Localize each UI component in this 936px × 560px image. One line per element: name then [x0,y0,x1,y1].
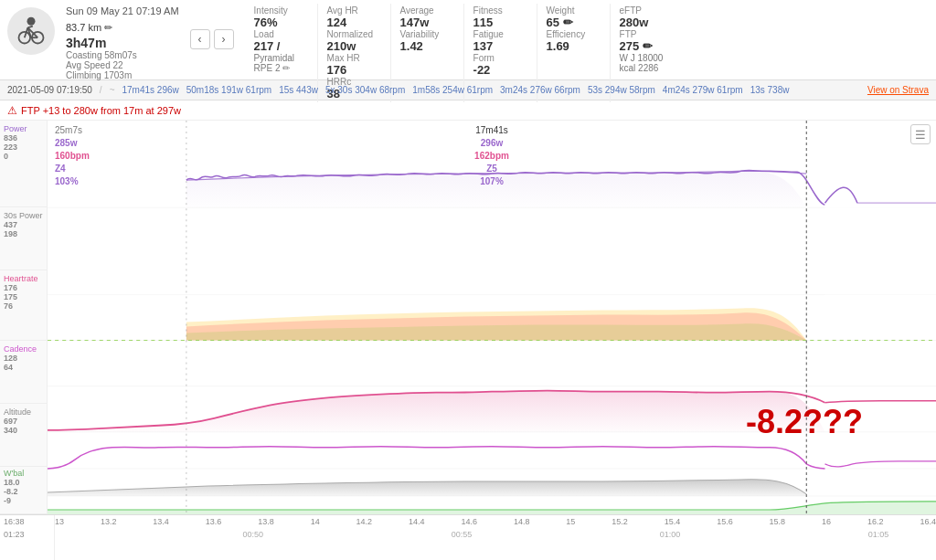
x-axis-spacer: 16:38 01:23 [0,515,55,560]
timestamp: 2021-05-09 07:19:50 [7,85,92,95]
coasting: Coasting 58m07s [66,50,179,60]
date-time: Sun 09 May 21 07:19 AM [66,5,179,16]
seg9[interactable]: 13s 738w [750,85,790,95]
seg3[interactable]: 15s 443w [279,85,318,95]
average-label: Average [400,5,454,16]
seg5[interactable]: 1m58s 254w 61rpm [412,85,493,95]
seg1[interactable]: 17m41s 296w [122,85,178,95]
variability-value: 1.42 [400,39,454,53]
altitude-label-group: Altitude 697 340 [0,404,47,467]
crosshair-time: 25m7s [55,124,90,137]
svg-line-7 [27,26,32,28]
avg-hr-value: 124 [327,16,381,29]
fitness-label: Fitness [473,5,527,16]
s30-label-group: 30s Power 437 198 [0,207,47,270]
max-hr-label: Max HR [327,53,381,63]
x-time-start2: 01:23 [0,528,54,541]
x-time-start: 16:38 [0,515,54,528]
svg-rect-18 [825,121,937,294]
wbal-label-group: W'bal 18.0 -8.2 -9 [0,467,47,514]
center-power: 296w [474,137,509,150]
distance: 83.7 km ✏ [66,16,179,36]
big-annotation: -8.2??? [746,403,863,441]
center-info: 17m41s 296w 162bpm Z5 107% [474,124,509,188]
kcal-label: kcal 2286 [620,63,675,73]
weight-value: 65 ✏ [547,16,601,29]
date-block: Sun 09 May 21 07:19 AM 83.7 km ✏ 3h47m C… [66,5,179,80]
x-axis: 16:38 01:23 13 13.2 13.4 13.6 13.8 14 14… [0,514,936,560]
efficiency-value: 1.69 [547,39,601,53]
svg-point-0 [27,17,36,26]
crosshair-zone: Z4 [55,163,90,175]
center-hr: 162bpm [474,150,509,163]
rpe-label: RPE 2 ✏ [254,63,308,73]
variability-label: Variability [400,29,454,39]
chart-section: Power 836 223 0 30s Power 437 198 Heartr… [0,121,936,514]
seg2[interactable]: 50m18s 191w 61rpm [186,85,271,95]
ftp-alert-text: FTP +13 to 280w from 17m at 297w [21,105,181,116]
seg4[interactable]: 5x 30s 304w 68rpm [325,85,405,95]
crosshair-pct: 103% [55,175,90,188]
center-pct: 107% [474,175,509,188]
alert-icon: ⚠ [7,104,17,117]
average-value: 147w [400,16,454,29]
form-value: -22 [473,63,527,77]
crosshair-left-info: 25m7s 285w 160bpm Z4 103% [55,124,90,188]
ftp-alert: ⚠ FTP +13 to 280w from 17m at 297w [0,100,936,121]
fatigue-value: 137 [473,39,527,53]
ftp-value: 275 ✏ [620,39,675,53]
eftp-label: eFTP [620,5,675,16]
seg6[interactable]: 3m24s 276w 66rpm [500,85,580,95]
strava-link[interactable]: View on Strava [867,85,929,95]
weight-label: Weight [547,5,601,16]
crosshair-hr: 160bpm [55,150,90,163]
seg8[interactable]: 4m24s 279w 61rpm [663,85,743,95]
normalized-label: Normalized [327,29,381,39]
prev-button[interactable]: ‹ [190,29,210,49]
efficiency-label: Efficiency [547,29,601,39]
chart-y-labels: Power 836 223 0 30s Power 437 198 Heartr… [0,121,48,514]
intensity-label: Intensity [254,5,308,16]
ftp-label: FTP [620,29,675,39]
x-axis-labels: 13 13.2 13.4 13.6 13.8 14 14.2 14.4 14.6… [55,515,936,560]
activity-header: Sun 09 May 21 07:19 AM 83.7 km ✏ 3h47m C… [0,0,936,80]
eftp-value: 280w [620,16,675,29]
avatar [7,7,55,55]
charts-svg-container: 25m7s 285w 160bpm Z4 103% 17m41s 296w 16… [48,121,936,514]
cadence-label-group: Cadence 128 64 [0,341,47,404]
center-time: 17m41s [474,124,509,137]
seg7[interactable]: 53s 294w 58rpm [588,85,655,95]
hr-label-group: Heartrate 176 175 76 [0,270,47,342]
intensity-value: 76% [254,16,308,29]
fitness-value: 115 [473,16,527,29]
pyramidal-label: Pyramidal [254,53,308,63]
avg-hr-label: Avg HR [327,5,381,16]
center-zone: Z5 [474,163,509,175]
x-time-labels: 00:50 00:55 01:00 01:05 [55,528,936,541]
power-label-group: Power 836 223 0 [0,121,47,207]
fatigue-label: Fatigue [473,29,527,39]
w-j-label: W J 18000 [620,53,675,63]
load-value: 217 / [254,39,308,53]
max-hr-value: 176 [327,63,381,77]
nav-arrows: ‹ › [190,29,234,49]
normalized-value: 210w [327,39,381,53]
svg-point-1 [19,32,31,44]
climbing: Climbing 1703m [66,70,179,80]
crosshair-power: 285w [55,137,90,150]
message-icon[interactable]: ☰ [910,124,931,144]
avg-speed: Avg Speed 22 [66,60,179,70]
x-km-labels: 13 13.2 13.4 13.6 13.8 14 14.2 14.4 14.6… [55,515,936,528]
load-label: Load [254,29,308,39]
next-button[interactable]: › [214,29,234,49]
duration: 3h47m [66,36,179,50]
form-label: Form [473,53,527,63]
